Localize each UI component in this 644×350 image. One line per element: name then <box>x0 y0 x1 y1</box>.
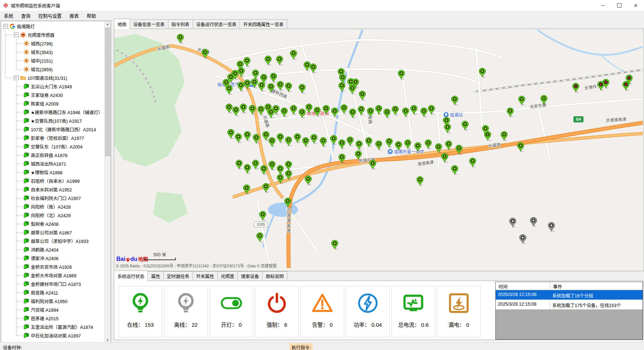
map-pin-green[interactable] <box>424 139 432 149</box>
map-tab-2[interactable]: 指令列表 <box>168 19 193 29</box>
map-pin-green[interactable] <box>177 34 184 44</box>
map-pin-green[interactable] <box>375 140 383 150</box>
map-pin-green[interactable] <box>322 105 330 115</box>
scrollbar-thumb[interactable] <box>105 28 110 156</box>
map-pin-green[interactable] <box>298 84 306 94</box>
map-pin-red-plus[interactable] <box>602 79 610 89</box>
map-pin-green[interactable] <box>258 82 265 92</box>
map-pin-green[interactable] <box>461 121 469 131</box>
map-canvas[interactable]: 长盛路长白路建新西路长盛路长安路长盛中路长盛路长安东路京港线京港澳高速港澳高速京… <box>114 29 643 270</box>
menu-item[interactable]: 帮助 <box>83 11 100 20</box>
tree-device-item[interactable]: 向阳桥（南）A2428 <box>16 202 105 211</box>
tree-device-item[interactable]: 城东(3543) <box>16 48 105 56</box>
map-pin-green[interactable] <box>402 107 409 117</box>
map-pin-green[interactable] <box>280 107 288 117</box>
map-pin-green[interactable] <box>277 81 284 91</box>
map-pin-green[interactable] <box>444 123 451 133</box>
tree-device-item[interactable]: 福利院对面 A1950 <box>16 297 105 305</box>
map-pin-green[interactable] <box>235 133 242 143</box>
map-pin-green[interactable] <box>330 135 337 145</box>
map-pin-green[interactable] <box>414 142 422 152</box>
tree-device-item[interactable]: 金桥建材市场门口 A1873 <box>16 279 105 288</box>
map-tab-3[interactable]: 设备运行状态一览表 <box>193 19 240 29</box>
map-pin-green[interactable] <box>435 143 442 153</box>
map-pin-green[interactable] <box>482 125 489 135</box>
map-pin-green[interactable] <box>391 106 399 116</box>
map-pin-green[interactable] <box>262 183 270 193</box>
map-pin-green[interactable] <box>331 107 338 117</box>
map-pin-green[interactable] <box>243 57 251 67</box>
map-pin-green[interactable] <box>395 141 402 151</box>
map-pin-green[interactable] <box>268 161 276 171</box>
bottom-tab-0[interactable]: 系统运行状态 <box>114 271 148 281</box>
tree-device-item[interactable]: 王家珑巷 A2430 <box>16 91 105 99</box>
tree-device-item[interactable]: 社会福利院大门口 A1907 <box>16 194 105 202</box>
menu-item[interactable]: 查询 <box>17 11 34 20</box>
map-pin-green[interactable] <box>445 140 452 150</box>
map-pin-green[interactable] <box>253 134 260 144</box>
tree-device-item[interactable]: 城中(2151) <box>16 56 105 65</box>
map-pin-green[interactable] <box>252 69 259 79</box>
map-pin-green[interactable] <box>383 108 391 118</box>
menu-item[interactable]: 控制与设置 <box>34 11 66 20</box>
map-pin-green[interactable] <box>251 78 258 88</box>
tree-device-item[interactable]: ★交警队西(107南) A1917 <box>16 116 105 125</box>
tree-device-item[interactable]: 城北(2859) <box>16 65 105 73</box>
close-button[interactable]: ✕ <box>628 0 644 11</box>
menu-item[interactable]: 报表 <box>66 11 83 20</box>
map-pin-green[interactable] <box>272 105 280 115</box>
tree-device-item[interactable]: 城西(2799) <box>16 39 105 48</box>
map-pin-green[interactable] <box>428 105 435 115</box>
map-pin-green[interactable] <box>298 108 306 118</box>
map-pin-green[interactable] <box>290 50 297 60</box>
map-pin-green[interactable] <box>227 129 235 139</box>
bottom-tab-4[interactable]: 光照度 <box>217 271 238 281</box>
bottom-tab-6[interactable]: 图标说明 <box>262 271 287 281</box>
map-pin-green[interactable] <box>367 107 374 117</box>
map-pin-green[interactable] <box>338 154 346 164</box>
map-pin-green[interactable] <box>310 134 318 144</box>
bottom-tab-5[interactable]: 搜索设备 <box>237 271 263 281</box>
collapse-toggle-icon[interactable] <box>14 76 19 80</box>
map-pin-green[interactable] <box>232 106 240 116</box>
map-pin-red-plus[interactable] <box>572 83 580 93</box>
bottom-tab-1[interactable]: 属性 <box>148 271 164 281</box>
map-tab-1[interactable]: 设备信息一览表 <box>130 19 168 29</box>
map-pin-green[interactable] <box>294 133 301 143</box>
map-pin-green[interactable] <box>313 107 321 117</box>
map-pin-green[interactable] <box>285 136 292 146</box>
map-pin-green[interactable] <box>276 55 283 65</box>
map-pin-green[interactable] <box>201 49 209 59</box>
map-pin-green[interactable] <box>290 105 297 115</box>
map-pin-green[interactable] <box>479 68 486 78</box>
map-pin-green[interactable] <box>244 164 251 174</box>
tree-device-item[interactable]: 谭家冲 A2406 <box>16 254 105 262</box>
tree-device-item[interactable]: 五里派出所（富源汽配）A1874 <box>16 322 105 331</box>
map-pin-green[interactable] <box>340 104 348 114</box>
tree-device-item[interactable]: 107北（建新中路路口西）A2014 <box>16 125 105 133</box>
tree-device-item[interactable]: 金桥农贸市场 A1926 <box>16 262 105 271</box>
map-pin-green[interactable] <box>257 106 265 116</box>
map-pin-green[interactable] <box>260 165 268 175</box>
map-pin-green[interactable] <box>416 176 424 186</box>
map-pin-green[interactable] <box>225 85 233 95</box>
tree-device-item[interactable]: 石咀桥（自来水）A1999 <box>16 176 105 185</box>
map-pin-green[interactable] <box>264 55 272 65</box>
tree-device-item[interactable]: 交警队东（107南）A2004 <box>16 142 105 151</box>
map-pin-green[interactable] <box>506 107 514 117</box>
map-pin-gray[interactable] <box>509 218 516 228</box>
map-pin-green[interactable] <box>469 157 476 167</box>
map-pin-green[interactable] <box>225 103 233 113</box>
map-pin-green[interactable] <box>331 240 338 250</box>
column-event[interactable]: 事件 <box>550 282 643 290</box>
tree-device-item[interactable]: 汽贸城 A1894 <box>16 305 105 314</box>
map-pin-green[interactable] <box>357 106 365 116</box>
minimize-button[interactable] <box>595 0 611 11</box>
map-pin-gray[interactable] <box>519 234 527 244</box>
map-pin-green[interactable] <box>517 142 524 152</box>
map-pin-green[interactable] <box>285 82 292 92</box>
tree-device-item[interactable]: ★建新中路路口东 A1946（辅道灯） <box>16 108 105 116</box>
tree-device-item[interactable]: ★博物馆 A1888 <box>16 168 105 176</box>
map-pin-green[interactable] <box>285 161 292 171</box>
tree-root-item[interactable]: 临湘路灯 <box>3 22 105 30</box>
